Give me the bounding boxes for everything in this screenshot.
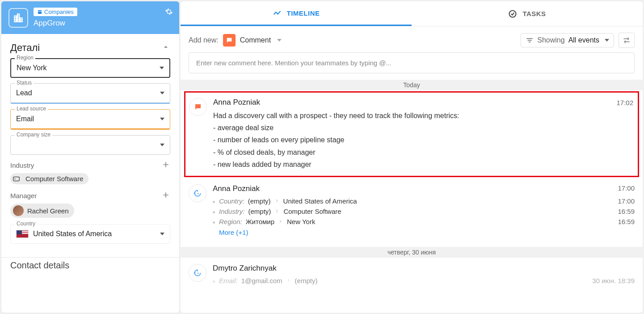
company-tag-label: Companies	[44, 8, 74, 15]
timeline-entry: Anna Pozniak Had a discovery call with a…	[184, 91, 639, 177]
entry-author: Anna Pozniak	[213, 98, 634, 107]
change-row: Country: (empty) United States of Americ…	[213, 196, 635, 206]
chevron-down-icon	[160, 144, 164, 146]
svg-point-1	[14, 178, 15, 179]
country-field[interactable]: Country United States of America	[10, 224, 170, 244]
entry-time: 17:00	[618, 184, 635, 192]
comment-badge-icon	[189, 98, 207, 116]
change-list: Email: 1@gmail.com (empty) 30 июн. 18:39	[213, 276, 635, 286]
chevron-down-icon	[605, 39, 609, 42]
filter-dropdown[interactable]: Showing All events	[521, 33, 614, 47]
entry-author: Dmytro Zarichnyak	[213, 264, 635, 273]
toolbar: Add new: Comment Showing All events	[181, 26, 643, 52]
region-label: Region	[15, 55, 35, 61]
company-icon	[8, 8, 28, 28]
arrow-right-icon	[286, 277, 291, 284]
chevron-down-icon[interactable]	[277, 39, 282, 42]
gear-icon[interactable]	[165, 8, 173, 17]
svg-rect-0	[13, 177, 20, 181]
timeline-entry: Dmytro Zarichnyak Email: 1@gmail.com (em…	[181, 258, 643, 286]
companysize-field[interactable]: Company size	[10, 135, 170, 155]
day-separator-prev: четверг, 30 июня	[181, 247, 643, 258]
filter-value: All events	[568, 36, 599, 44]
tabs: TIMELINE TASKS	[181, 1, 643, 26]
status-value: Lead	[16, 89, 32, 97]
add-new-type[interactable]: Comment	[240, 36, 271, 44]
timeline-entry: Anna Pozniak Country: (empty) United Sta…	[181, 178, 643, 242]
chevron-down-icon	[160, 233, 164, 235]
leadsource-value: Email	[16, 115, 34, 123]
left-panel: Companies AppGrow Деталі Region New York…	[1, 1, 179, 313]
add-new-label: Add new:	[189, 36, 219, 44]
leadsource-field[interactable]: Lead source Email	[10, 109, 170, 130]
avatar	[13, 205, 24, 216]
arrow-right-icon	[274, 197, 280, 205]
tag-icon	[13, 175, 22, 182]
chevron-up-icon[interactable]	[161, 42, 170, 53]
industry-chip[interactable]: Computer Software	[10, 173, 88, 184]
change-list: Country: (empty) United States of Americ…	[213, 196, 635, 227]
add-manager-button[interactable]	[161, 191, 170, 201]
chevron-down-icon	[160, 118, 164, 120]
day-separator-today: Today	[181, 80, 643, 90]
companysize-label: Company size	[15, 132, 52, 138]
leadsource-label: Lead source	[15, 106, 48, 112]
status-field[interactable]: Status Lead	[10, 83, 170, 104]
arrow-right-icon	[278, 218, 283, 225]
manager-chip[interactable]: Rachel Green	[10, 204, 74, 218]
company-name: AppGrow	[34, 19, 77, 28]
status-label: Status	[15, 80, 34, 86]
industry-chip-label: Computer Software	[25, 175, 83, 182]
entry-time: 17:02	[616, 99, 633, 106]
details-title: Деталі	[10, 42, 40, 54]
entry-author: Anna Pozniak	[213, 184, 635, 193]
history-badge-icon	[189, 184, 206, 202]
chevron-down-icon	[160, 92, 164, 94]
chevron-down-icon	[160, 67, 164, 69]
main-panel: TIMELINE TASKS Add new: Comment Showing …	[181, 1, 643, 313]
comment-input[interactable]: Enter new comment here. Mention your tea…	[189, 52, 635, 73]
industry-label: Industry	[10, 161, 34, 169]
region-field[interactable]: Region New York	[10, 58, 170, 78]
swap-button[interactable]	[619, 33, 635, 48]
company-tag[interactable]: Companies	[34, 8, 77, 16]
tab-timeline[interactable]: TIMELINE	[181, 1, 412, 26]
arrow-right-icon	[274, 208, 280, 215]
tab-tasks-label: TASKS	[522, 10, 546, 17]
manager-label: Manager	[10, 192, 37, 199]
comment-icon[interactable]	[223, 34, 236, 47]
history-badge-icon	[189, 264, 206, 282]
flag-icon	[16, 230, 29, 238]
company-header: Companies AppGrow	[1, 1, 179, 34]
region-value: New York	[17, 64, 47, 72]
country-value: United States of America	[33, 230, 112, 238]
tab-timeline-label: TIMELINE	[287, 9, 320, 17]
filter-showing-label: Showing	[537, 36, 564, 44]
more-link[interactable]: More (+1)	[213, 229, 635, 236]
change-row: Email: 1@gmail.com (empty) 30 июн. 18:39	[213, 276, 635, 286]
tab-tasks[interactable]: TASKS	[412, 1, 643, 26]
change-row: Industry: (empty) Computer Software 16:5…	[213, 206, 635, 216]
add-industry-button[interactable]	[161, 160, 170, 170]
entry-text: Had a discovery call with a prospect - t…	[213, 110, 634, 170]
manager-chip-label: Rachel Green	[27, 207, 69, 215]
contact-details-title: Contact details	[1, 260, 179, 271]
country-label: Country	[15, 221, 37, 227]
change-row: Region: Житомир New York 16:59	[213, 216, 635, 227]
